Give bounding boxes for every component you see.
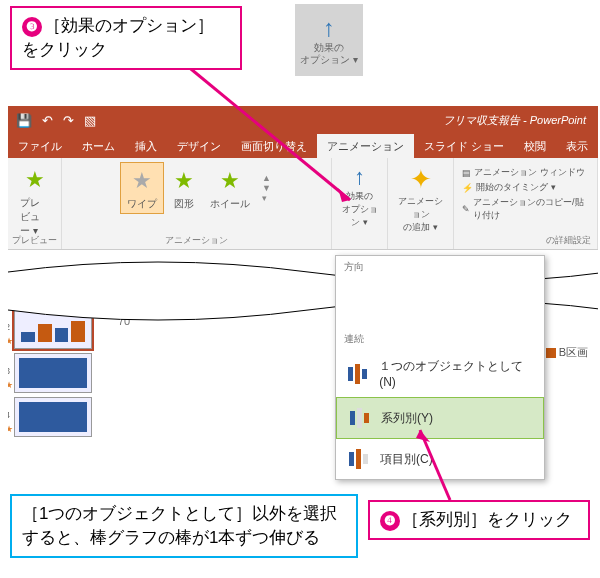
save-icon[interactable]: 💾 bbox=[16, 113, 32, 128]
preview-star-icon: ★ bbox=[25, 164, 45, 196]
group-label-preview: プレビュー bbox=[8, 234, 61, 247]
option-as-one-object[interactable]: １つのオブジェクトとして(N) bbox=[336, 350, 544, 397]
pane-icon: ▤ bbox=[462, 168, 471, 178]
star-icon: ★ bbox=[174, 165, 194, 197]
animation-painter-button[interactable]: ✎アニメーションのコピー/貼り付け bbox=[462, 196, 589, 222]
start-slideshow-icon[interactable]: ▧ bbox=[84, 113, 96, 128]
group-label-advanced: の詳細設定 bbox=[454, 234, 597, 247]
trigger-icon: ⚡ bbox=[462, 183, 473, 193]
arrow-up-icon: ↑ bbox=[323, 14, 335, 42]
undo-icon[interactable]: ↶ bbox=[42, 113, 53, 128]
legend-b: B区画 bbox=[546, 345, 588, 360]
trigger-button[interactable]: ⚡開始のタイミング ▾ bbox=[462, 181, 589, 194]
tab-file[interactable]: ファイル bbox=[8, 134, 72, 158]
gallery-more[interactable]: ▲▼▾ bbox=[260, 162, 274, 214]
by-series-icon bbox=[347, 406, 371, 430]
effect-options-button[interactable]: ↑ 効果のオプション ▾ bbox=[332, 158, 388, 249]
slide-thumb-4[interactable]: 4★ bbox=[14, 397, 92, 437]
painter-icon: ✎ bbox=[462, 204, 470, 214]
slide-thumbnails: 2★ 3★ 4★ bbox=[8, 305, 98, 441]
callout-tip: ［1つのオブジェクトとして］以外を選択すると、棒グラフの棒が1本ずつ伸びる bbox=[10, 494, 358, 558]
add-animation-label: アニメーションの追加 ▾ bbox=[394, 195, 447, 234]
preview-label: プレビュー ▾ bbox=[20, 196, 49, 238]
effect-options-label: 効果のオプション ▾ bbox=[300, 42, 358, 66]
tab-animations[interactable]: アニメーション bbox=[317, 134, 414, 158]
animation-wipe[interactable]: ★ ワイプ bbox=[120, 162, 164, 214]
tab-transitions[interactable]: 画面切り替え bbox=[231, 134, 317, 158]
slide-thumb-3[interactable]: 3★ bbox=[14, 353, 92, 393]
shape-label: 図形 bbox=[174, 197, 194, 211]
effect-options-dropdown: 方向 連続 １つのオブジェクトとして(N) 系列別(Y) 項目別(C) bbox=[335, 255, 545, 480]
group-advanced: ▤アニメーション ウィンドウ ⚡開始のタイミング ▾ ✎アニメーションのコピー/… bbox=[454, 158, 598, 249]
effect-options-button-isolated[interactable]: ↑ 効果のオプション ▾ bbox=[295, 4, 363, 76]
preview-button[interactable]: ★ プレビュー ▾ bbox=[14, 162, 55, 240]
slide-thumb-2[interactable]: 2★ bbox=[14, 309, 92, 349]
animation-shape[interactable]: ★ 図形 bbox=[168, 162, 200, 214]
dropdown-header-sequence: 連続 bbox=[336, 328, 544, 350]
effect-options-label: 効果のオプション ▾ bbox=[338, 190, 381, 229]
powerpoint-window: 💾 ↶ ↷ ▧ フリマ収支報告 - PowerPoint ファイル ホーム 挿入… bbox=[8, 106, 598, 250]
group-label-animation: アニメーション bbox=[62, 234, 331, 247]
window-title: フリマ収支報告 - PowerPoint bbox=[443, 113, 586, 128]
add-animation-button[interactable]: ✦ アニメーションの追加 ▾ bbox=[388, 158, 454, 249]
chart-gridline-label: 70 bbox=[118, 315, 130, 327]
animation-pane-button[interactable]: ▤アニメーション ウィンドウ bbox=[462, 166, 589, 179]
callout-step4: ❹［系列別］をクリック bbox=[368, 500, 590, 540]
option-by-series[interactable]: 系列別(Y) bbox=[336, 397, 544, 439]
callout-step4-text: ❹［系列別］をクリック bbox=[380, 510, 572, 529]
star-icon: ★ bbox=[220, 165, 240, 197]
dropdown-header-direction: 方向 bbox=[336, 256, 544, 278]
animation-wheel[interactable]: ★ ホイール bbox=[204, 162, 256, 214]
wipe-label: ワイプ bbox=[127, 197, 157, 211]
tab-home[interactable]: ホーム bbox=[72, 134, 125, 158]
wheel-label: ホイール bbox=[210, 197, 250, 211]
tab-review[interactable]: 校閲 bbox=[514, 134, 556, 158]
add-star-icon: ✦ bbox=[410, 164, 432, 195]
step4-badge: ❹ bbox=[380, 511, 400, 531]
tip-text: ［1つのオブジェクトとして］以外を選択すると、棒グラフの棒が1本ずつ伸びる bbox=[22, 502, 346, 550]
tab-design[interactable]: デザイン bbox=[167, 134, 231, 158]
group-preview: ★ プレビュー ▾ プレビュー bbox=[8, 158, 62, 249]
by-category-icon bbox=[346, 447, 370, 471]
tab-slideshow[interactable]: スライド ショー bbox=[414, 134, 514, 158]
tab-view[interactable]: 表示 bbox=[556, 134, 598, 158]
quick-access-toolbar: 💾 ↶ ↷ ▧ bbox=[8, 113, 96, 128]
arrow-up-icon: ↑ bbox=[354, 164, 365, 190]
one-object-icon bbox=[346, 362, 369, 386]
titlebar: 💾 ↶ ↷ ▧ フリマ収支報告 - PowerPoint bbox=[8, 106, 598, 134]
star-icon: ★ bbox=[132, 165, 152, 197]
ribbon-tabs: ファイル ホーム 挿入 デザイン 画面切り替え アニメーション スライド ショー… bbox=[8, 134, 598, 158]
option-label: 項目別(C) bbox=[380, 451, 433, 468]
ribbon-body: ★ プレビュー ▾ プレビュー ★ ワイプ ★ 図形 ★ ホイール ▲▼▾ bbox=[8, 158, 598, 250]
step3-badge: ❸ bbox=[22, 17, 42, 37]
option-by-category[interactable]: 項目別(C) bbox=[336, 439, 544, 479]
redo-icon[interactable]: ↷ bbox=[63, 113, 74, 128]
tab-insert[interactable]: 挿入 bbox=[125, 134, 167, 158]
callout-step3: ❸［効果のオプション］をクリック bbox=[10, 6, 242, 70]
option-label: 系列別(Y) bbox=[381, 410, 433, 427]
callout-step3-text: ❸［効果のオプション］をクリック bbox=[22, 16, 214, 59]
group-animation: ★ ワイプ ★ 図形 ★ ホイール ▲▼▾ アニメーション bbox=[62, 158, 332, 249]
option-label: １つのオブジェクトとして(N) bbox=[379, 358, 534, 389]
